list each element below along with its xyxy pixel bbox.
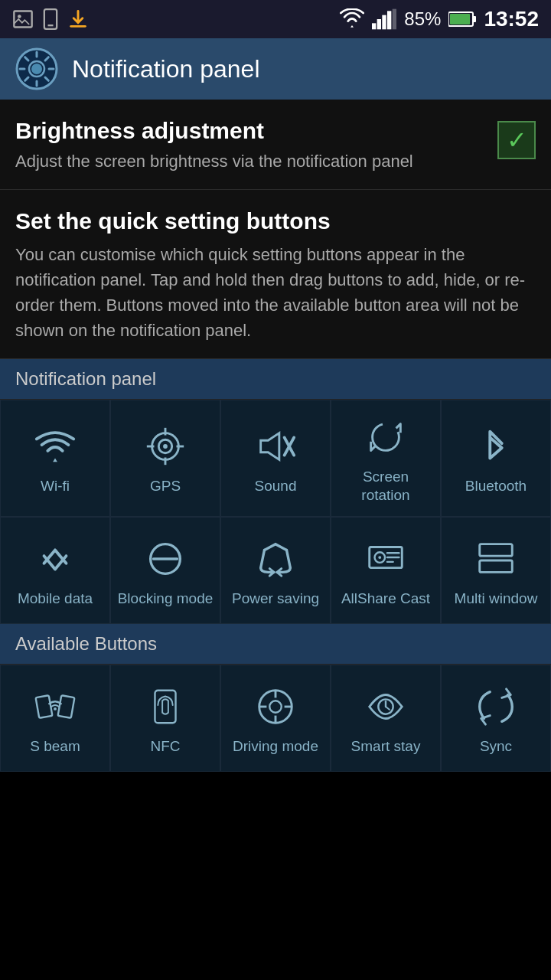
nfc-button-icon (142, 684, 188, 730)
quick-settings-section: Set the quick setting buttons You can cu… (0, 190, 551, 359)
svg-line-56 (386, 707, 390, 710)
multi-window-button-label: Multi window (455, 590, 538, 609)
svg-rect-12 (450, 14, 470, 24)
available-buttons-label: Available Buttons (0, 624, 551, 664)
svg-point-26 (163, 444, 168, 449)
gps-button-icon (142, 423, 188, 469)
s-beam-button[interactable]: S beam (0, 665, 110, 772)
brightness-description: Adjust the screen brightness via the not… (15, 150, 482, 174)
svg-rect-8 (387, 11, 391, 29)
s-beam-button-label: S beam (30, 737, 80, 756)
brightness-section: Brightness adjustment Adjust the screen … (0, 100, 551, 190)
battery-icon (448, 11, 476, 28)
svg-point-1 (18, 15, 21, 18)
battery-percent: 85% (404, 8, 441, 30)
svg-point-33 (373, 423, 399, 450)
driving-mode-button[interactable]: Driving mode (220, 665, 331, 772)
power-saving-button[interactable]: Power saving (220, 517, 331, 624)
download-icon (67, 8, 89, 30)
brightness-title: Brightness adjustment (15, 118, 482, 144)
sound-button-icon (253, 423, 298, 469)
svg-rect-11 (473, 16, 476, 22)
quick-settings-title: Set the quick setting buttons (15, 208, 536, 234)
smart-stay-button-icon (363, 684, 409, 730)
mobile-data-button[interactable]: Mobile data (0, 517, 110, 624)
bluetooth-button-icon (473, 423, 519, 469)
screen-rotation-button[interactable]: Screen rotation (331, 400, 441, 517)
driving-mode-button-label: Driving mode (233, 737, 318, 756)
phone-icon (40, 8, 61, 30)
image-icon (12, 8, 34, 30)
svg-rect-43 (480, 560, 513, 572)
wifi-status-icon (340, 8, 364, 30)
settings-icon (15, 47, 58, 90)
screen-rotation-button-icon (363, 414, 409, 460)
brightness-text: Brightness adjustment Adjust the screen … (15, 118, 497, 174)
smart-stay-button-label: Smart stay (351, 737, 421, 756)
available-buttons-grid: S beam NFC Driving mode (0, 664, 551, 772)
page-title: Notification panel (72, 55, 259, 83)
power-saving-button-icon (253, 536, 298, 582)
svg-point-49 (269, 701, 281, 712)
sync-button[interactable]: Sync (441, 665, 551, 772)
status-bar: 85% 13:52 (0, 0, 551, 38)
svg-rect-9 (393, 9, 396, 30)
sync-button-icon (473, 684, 519, 730)
multi-window-button[interactable]: Multi window (441, 517, 551, 624)
signal-icon (372, 8, 396, 30)
svg-rect-45 (58, 695, 75, 718)
notification-panel-grid: Wi-fi GPS Sound (0, 399, 551, 624)
notification-panel-label: Notification panel (0, 359, 551, 399)
svg-rect-5 (372, 23, 376, 29)
svg-point-46 (54, 707, 57, 710)
bluetooth-button-label: Bluetooth (465, 477, 527, 496)
allshare-cast-button-icon (363, 536, 409, 582)
sound-button[interactable]: Sound (220, 400, 331, 517)
svg-rect-44 (36, 695, 53, 718)
blocking-mode-button[interactable]: Blocking mode (110, 517, 220, 624)
svg-rect-6 (377, 19, 381, 29)
mobile-data-button-icon (32, 536, 78, 582)
svg-rect-7 (383, 15, 386, 30)
svg-rect-42 (480, 544, 513, 555)
status-time: 13:52 (484, 7, 539, 31)
checkmark-icon: ✓ (507, 126, 527, 155)
driving-mode-button-icon (253, 684, 298, 730)
s-beam-button-icon (32, 684, 78, 730)
wifi-button[interactable]: Wi-fi (0, 400, 110, 517)
quick-settings-description: You can customise which quick setting bu… (15, 242, 536, 343)
allshare-cast-button[interactable]: AllShare Cast (331, 517, 441, 624)
nfc-button-label: NFC (150, 737, 180, 756)
nfc-button[interactable]: NFC (110, 665, 220, 772)
bluetooth-button[interactable]: Bluetooth (441, 400, 551, 517)
status-bar-left (12, 8, 332, 30)
sync-button-label: Sync (480, 737, 512, 756)
svg-point-38 (378, 556, 381, 559)
blocking-mode-button-icon (142, 536, 188, 582)
power-saving-button-label: Power saving (232, 590, 319, 609)
svg-rect-0 (14, 11, 31, 28)
sound-button-label: Sound (255, 477, 297, 496)
mobile-data-button-label: Mobile data (18, 590, 93, 609)
wifi-button-label: Wi-fi (41, 477, 70, 496)
multi-window-button-icon (473, 536, 519, 582)
svg-point-15 (31, 64, 42, 74)
blocking-mode-button-label: Blocking mode (118, 590, 214, 609)
brightness-checkbox[interactable]: ✓ (497, 121, 536, 159)
smart-stay-button[interactable]: Smart stay (331, 665, 441, 772)
svg-rect-47 (155, 691, 175, 724)
allshare-cast-button-label: AllShare Cast (341, 590, 430, 609)
screen-rotation-button-label: Screen rotation (337, 468, 434, 505)
gps-button-label: GPS (150, 477, 181, 496)
page-header: Notification panel (0, 38, 551, 100)
wifi-button-icon (32, 423, 78, 469)
gps-button[interactable]: GPS (110, 400, 220, 517)
